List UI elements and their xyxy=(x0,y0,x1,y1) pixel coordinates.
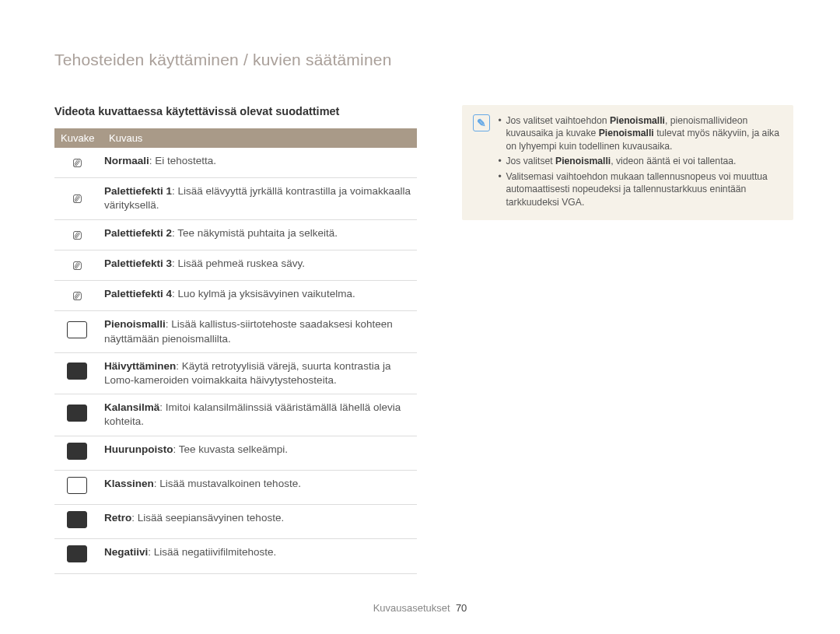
filter-desc-cell: Huurunpoisto: Tee kuvasta selkeämpi. xyxy=(103,436,417,470)
filter-name: Pienoismalli xyxy=(104,318,166,330)
content-columns: Videota kuvattaessa käytettävissä olevat… xyxy=(54,105,793,574)
filter-name: Normaali xyxy=(104,155,149,166)
filter-icon-cell: ⎚ xyxy=(54,178,103,219)
header-icon: Kuvake xyxy=(54,128,103,148)
filter-desc-text: : Ei tehostetta. xyxy=(149,155,216,166)
table-row: Pienoismalli: Lisää kallistus-siirtoteho… xyxy=(54,311,417,352)
table-row: ⎚Palettiefekti 2: Tee näkymistä puhtaita… xyxy=(54,219,417,250)
note-item: Jos valitset vaihtoehdon Pienoismalli, p… xyxy=(498,114,782,152)
filter-name: Palettiefekti 4 xyxy=(104,288,172,299)
filter-name: Palettiefekti 2 xyxy=(104,227,172,239)
filter-desc-cell: Pienoismalli: Lisää kallistus-siirtoteho… xyxy=(103,311,417,352)
table-row: Retro: Lisää seepiansävyinen tehoste. xyxy=(54,505,417,539)
left-column: Videota kuvattaessa käytettävissä olevat… xyxy=(54,105,417,574)
filter-icon: ⎚ xyxy=(68,154,86,171)
table-row: ⎚Palettiefekti 1: Lisää elävyyttä jyrkäl… xyxy=(54,178,417,219)
header-desc: Kuvaus xyxy=(103,128,417,148)
table-row: Huurunpoisto: Tee kuvasta selkeämpi. xyxy=(54,436,417,470)
table-row: ⎚Normaali: Ei tehostetta. xyxy=(54,148,417,178)
filter-icon: ⎚ xyxy=(68,190,86,207)
filter-icon-cell xyxy=(54,470,103,504)
filter-desc-text: : Tee näkymistä puhtaita ja selkeitä. xyxy=(172,227,338,239)
filter-name: Huurunpoisto xyxy=(104,443,173,455)
footer-label: Kuvausasetukset xyxy=(373,602,450,614)
filter-desc-text: : Lisää seepiansävyinen tehoste. xyxy=(131,512,284,524)
filter-icon-cell: ⎚ xyxy=(54,281,103,311)
filter-icon-cell xyxy=(54,436,103,470)
filter-desc-cell: Negatiivi: Lisää negatiivifilmitehoste. xyxy=(103,539,417,573)
filter-desc-cell: Kalansilmä: Imitoi kalansilmälinssiä vää… xyxy=(103,394,417,436)
footer-page-number: 70 xyxy=(456,602,467,614)
table-row: Häivyttäminen: Käytä retrotyylisiä värej… xyxy=(54,352,417,394)
filter-name: Retro xyxy=(104,512,131,524)
filter-name: Negatiivi xyxy=(104,546,148,558)
filter-desc-cell: Häivyttäminen: Käytä retrotyylisiä värej… xyxy=(103,352,417,394)
section-title: Videota kuvattaessa käytettävissä olevat… xyxy=(54,105,417,117)
filter-icon xyxy=(67,405,87,422)
right-column: ✎ Jos valitset vaihtoehdon Pienoismalli,… xyxy=(462,105,793,574)
filter-desc-text: : Tee kuvasta selkeämpi. xyxy=(173,443,288,455)
filter-table: Kuvake Kuvaus ⎚Normaali: Ei tehostetta.⎚… xyxy=(54,128,417,574)
filter-icon-cell: ⎚ xyxy=(54,250,103,280)
filter-icon xyxy=(67,477,87,494)
note-item: Jos valitset Pienoismalli, videon ääntä … xyxy=(498,155,782,167)
filter-desc-text: : Lisää pehmeä ruskea sävy. xyxy=(172,257,305,269)
filter-desc-text: : Lisää negatiivifilmitehoste. xyxy=(148,546,276,558)
filter-icon: ⎚ xyxy=(68,226,86,243)
filter-desc-text: : Luo kylmä ja yksisävyinen vaikutelma. xyxy=(172,288,355,299)
filter-desc-cell: Palettiefekti 2: Tee näkymistä puhtaita … xyxy=(103,219,417,250)
filter-icon xyxy=(67,321,87,338)
filter-icon: ⎚ xyxy=(68,257,86,274)
filter-desc-cell: Klassinen: Lisää mustavalkoinen tehoste. xyxy=(103,470,417,504)
filter-icon-cell: ⎚ xyxy=(54,219,103,250)
filter-name: Kalansilmä xyxy=(104,401,159,413)
filter-name: Klassinen xyxy=(104,478,154,489)
page-title: Tehosteiden käyttäminen / kuvien säätämi… xyxy=(54,51,793,69)
filter-desc-cell: Retro: Lisää seepiansävyinen tehoste. xyxy=(103,505,417,539)
filter-icon-cell xyxy=(54,394,103,436)
note-list: Jos valitset vaihtoehdon Pienoismalli, p… xyxy=(498,114,782,211)
filter-icon xyxy=(67,545,87,562)
filter-icon: ⎚ xyxy=(68,287,86,304)
table-row: Klassinen: Lisää mustavalkoinen tehoste. xyxy=(54,470,417,504)
filter-desc-text: : Lisää mustavalkoinen tehoste. xyxy=(154,478,301,489)
filter-icon-cell: ⎚ xyxy=(54,148,103,178)
note-item: Valitsemasi vaihtoehdon mukaan tallennus… xyxy=(498,170,782,208)
note-box: ✎ Jos valitset vaihtoehdon Pienoismalli,… xyxy=(462,105,793,220)
filter-desc-cell: Palettiefekti 3: Lisää pehmeä ruskea säv… xyxy=(103,250,417,280)
page-footer: Kuvausasetukset 70 xyxy=(0,602,840,614)
filter-icon xyxy=(67,511,87,528)
filter-name: Palettiefekti 1 xyxy=(104,185,172,197)
filter-icon-cell xyxy=(54,505,103,539)
filter-icon xyxy=(67,363,87,380)
info-icon: ✎ xyxy=(473,114,490,131)
filter-name: Häivyttäminen xyxy=(104,360,176,372)
filter-desc-cell: Palettiefekti 1: Lisää elävyyttä jyrkäll… xyxy=(103,178,417,219)
filter-icon-cell xyxy=(54,539,103,573)
filter-icon xyxy=(67,443,87,460)
filter-name: Palettiefekti 3 xyxy=(104,257,172,269)
table-row: Kalansilmä: Imitoi kalansilmälinssiä vää… xyxy=(54,394,417,436)
table-row: Negatiivi: Lisää negatiivifilmitehoste. xyxy=(54,539,417,573)
filter-icon-cell xyxy=(54,352,103,394)
filter-desc-cell: Palettiefekti 4: Luo kylmä ja yksisävyin… xyxy=(103,281,417,311)
filter-desc-cell: Normaali: Ei tehostetta. xyxy=(103,148,417,178)
filter-icon-cell xyxy=(54,311,103,352)
table-row: ⎚Palettiefekti 3: Lisää pehmeä ruskea sä… xyxy=(54,250,417,280)
table-row: ⎚Palettiefekti 4: Luo kylmä ja yksisävyi… xyxy=(54,281,417,311)
